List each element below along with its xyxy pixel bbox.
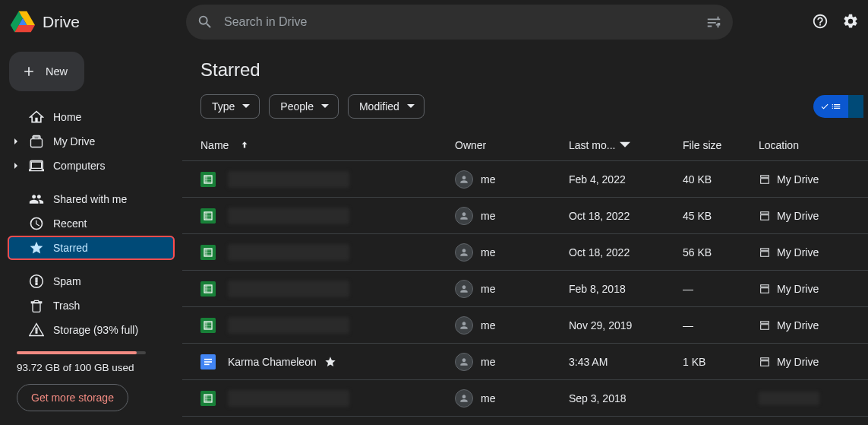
search-input[interactable]	[224, 15, 695, 29]
location-cell[interactable]: My Drive	[759, 283, 850, 295]
lastmod-text: Oct 18, 2022	[569, 210, 683, 222]
starred-icon	[324, 356, 336, 368]
sidebar-item-label: Trash	[53, 300, 80, 312]
sidebar-item-label: Recent	[53, 217, 87, 230]
recent-icon	[29, 216, 44, 231]
location-text: My Drive	[777, 210, 819, 222]
search-bar[interactable]	[186, 5, 733, 40]
owner-avatar	[455, 353, 473, 371]
column-name[interactable]: Name	[200, 139, 455, 151]
location-icon	[759, 210, 771, 222]
lastmod-text: Feb 8, 2018	[569, 283, 683, 295]
filter-modified[interactable]: Modified	[348, 94, 425, 119]
table-row[interactable]: meFeb 8, 2018—My Drive	[182, 271, 868, 307]
search-options-button[interactable]	[705, 14, 722, 30]
file-name: Karma Chameleon	[228, 356, 336, 368]
settings-button[interactable]	[842, 13, 859, 32]
table-header: Name Owner Last mo... File size Location	[182, 129, 868, 161]
file-name-redacted	[228, 390, 349, 407]
view-grid-button[interactable]	[848, 95, 863, 118]
sheets-file-icon	[200, 208, 216, 224]
sidebar-item-shared[interactable]: Shared with me	[8, 187, 175, 211]
sidebar-item-recent[interactable]: Recent	[8, 211, 175, 236]
new-button[interactable]: New	[9, 52, 84, 91]
location-cell[interactable]: My Drive	[759, 210, 850, 222]
column-label: Name	[200, 139, 229, 151]
help-icon	[812, 13, 829, 30]
location-cell[interactable]: My Drive	[759, 246, 850, 258]
location-text: My Drive	[777, 319, 819, 331]
location-redacted	[759, 392, 819, 405]
location-icon	[759, 283, 771, 295]
file-table: Name Owner Last mo... File size Location…	[182, 129, 868, 417]
sidebar-item-label: Computers	[53, 160, 105, 172]
lastmod-text: Feb 4, 2022	[569, 173, 683, 186]
location-icon	[759, 173, 771, 186]
sheets-file-icon	[200, 391, 216, 406]
filesize-text: —	[683, 319, 759, 331]
table-row[interactable]: meOct 18, 202245 KBMy Drive	[182, 198, 868, 234]
sidebar-item-storage[interactable]: Storage (93% full)	[8, 318, 175, 342]
column-location[interactable]: Location	[759, 139, 850, 151]
file-name-redacted	[228, 208, 349, 224]
lastmod-text: Sep 3, 2018	[569, 392, 683, 404]
filesize-text: —	[683, 283, 759, 295]
location-cell[interactable]: My Drive	[759, 173, 850, 186]
trash-icon	[29, 298, 44, 313]
column-filesize[interactable]: File size	[683, 139, 759, 151]
help-button[interactable]	[812, 13, 829, 32]
home-icon	[29, 109, 44, 125]
storage-block: 93.72 GB of 100 GB used Get more storage	[8, 351, 175, 411]
sidebar-item-trash[interactable]: Trash	[8, 293, 175, 318]
owner-text: me	[481, 173, 495, 186]
expand-icon[interactable]	[13, 163, 19, 169]
table-row[interactable]: Karma Chameleon me3:43 AM1 KBMy Drive	[182, 344, 868, 380]
column-lastmod[interactable]: Last mo...	[569, 139, 683, 151]
table-row[interactable]: meSep 3, 2018	[182, 380, 868, 417]
drive-icon	[29, 134, 44, 149]
table-row[interactable]: meFeb 4, 202240 KBMy Drive	[182, 161, 868, 198]
sidebar-item-my-drive[interactable]: My Drive	[8, 129, 175, 154]
filesize-text: 45 KB	[683, 210, 759, 222]
shared-icon	[29, 192, 44, 207]
sidebar-item-home[interactable]: Home	[8, 105, 175, 129]
sidebar-item-spam[interactable]: Spam	[8, 269, 175, 293]
view-list-button[interactable]	[813, 95, 848, 118]
gear-icon	[842, 13, 859, 30]
owner-avatar	[455, 389, 473, 408]
sidebar-item-computers[interactable]: Computers	[8, 154, 175, 178]
filter-toolbar: Type People Modified	[182, 94, 868, 129]
check-icon	[820, 102, 829, 111]
chevron-down-icon	[620, 140, 630, 151]
top-actions	[812, 13, 862, 32]
sidebar-item-starred[interactable]: Starred	[8, 236, 175, 260]
brand[interactable]: Drive	[11, 10, 80, 34]
sidebar-item-label: Home	[53, 111, 81, 123]
plus-icon	[21, 64, 36, 79]
filter-type[interactable]: Type	[200, 94, 260, 119]
filter-label: Modified	[359, 100, 399, 113]
storage-bar	[17, 351, 146, 354]
expand-icon[interactable]	[13, 138, 19, 144]
owner-avatar	[455, 243, 473, 262]
owner-avatar	[455, 170, 473, 189]
page-title: Starred	[182, 59, 868, 81]
location-cell[interactable]: My Drive	[759, 319, 850, 331]
column-owner[interactable]: Owner	[455, 139, 569, 151]
location-text: My Drive	[777, 283, 819, 295]
storage-warning-icon	[29, 322, 44, 338]
filter-label: People	[280, 100, 314, 113]
table-row[interactable]: meOct 18, 202256 KBMy Drive	[182, 234, 868, 271]
location-cell[interactable]: My Drive	[759, 356, 850, 368]
filter-people[interactable]: People	[269, 94, 339, 119]
spam-icon	[29, 274, 44, 289]
owner-text: me	[481, 283, 495, 295]
docs-file-icon	[200, 354, 216, 369]
list-icon	[831, 101, 841, 112]
location-text: My Drive	[777, 173, 819, 186]
get-storage-button[interactable]: Get more storage	[17, 384, 128, 411]
location-cell[interactable]	[759, 392, 850, 405]
tune-icon	[705, 14, 722, 30]
table-row[interactable]: meNov 29, 2019—My Drive	[182, 307, 868, 344]
owner-avatar	[455, 280, 473, 298]
